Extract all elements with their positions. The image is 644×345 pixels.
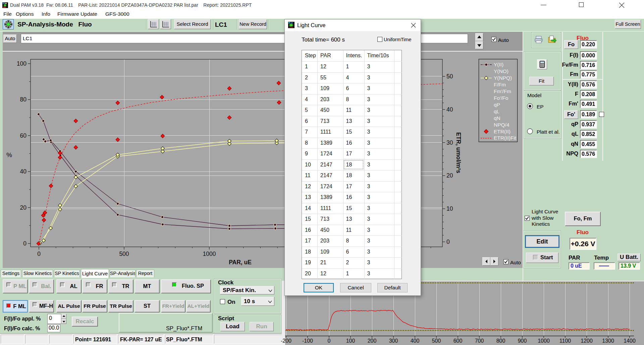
svg-text:Fluo: Fluo [289,26,293,28]
